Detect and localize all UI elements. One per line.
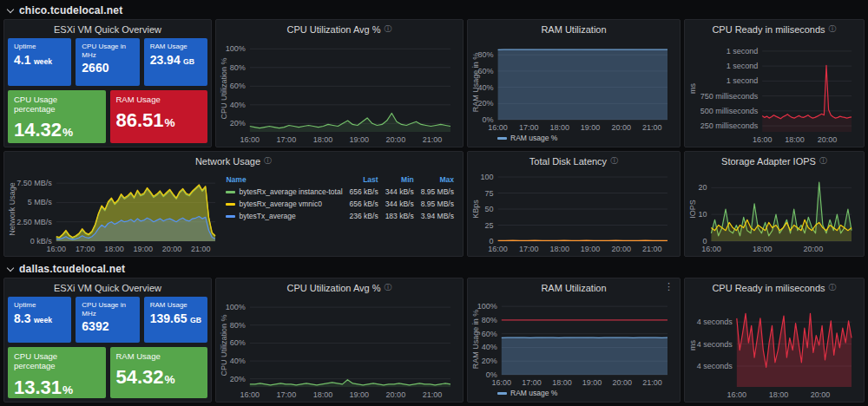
svg-text:17:00: 17:00 (76, 245, 95, 253)
stat-uptime[interactable]: Uptime 8.3 week (8, 297, 71, 343)
panel-header[interactable]: CPU Utilization Avg % ⓘ (216, 278, 463, 297)
cpu-ready-chart[interactable]: 4 seconds4 seconds4 seconds16:0018:0020:… (688, 298, 858, 399)
svg-text:60%: 60% (482, 330, 497, 338)
svg-text:2.50 MB/s: 2.50 MB/s (16, 218, 52, 226)
svg-text:25: 25 (485, 221, 494, 230)
svg-text:40%: 40% (230, 357, 246, 365)
svg-text:20:00: 20:00 (386, 390, 406, 399)
chart-svg: 0102016:0018:0020:00IOPS (688, 171, 858, 253)
cpu-utilization-chart[interactable]: 20%40%60%80%100%16:0017:0018:0019:0020:0… (220, 39, 457, 144)
panel-header[interactable]: ESXi VM Quick Overview (4, 20, 211, 38)
svg-text:RAM Usage in %: RAM Usage in % (471, 310, 480, 370)
series-min: 183 kB/s (382, 210, 418, 222)
section-header-chico[interactable]: chico.tcudelocal.net (5, 3, 865, 17)
panel-header[interactable]: Storage Adapter IOPS ⓘ (685, 152, 864, 170)
legend-row[interactable]: bytesRx_average instance-total 656 kB/s … (222, 186, 457, 198)
ram-utilization-chart[interactable]: 0%20%40%60%80%100%16:0017:0018:0019:0020… (471, 298, 674, 387)
panel-header[interactable]: RAM Utilization ⋮ (468, 278, 680, 297)
stat-label: RAM Usage (116, 95, 202, 104)
svg-text:RAM Usage in %: RAM Usage in % (471, 53, 480, 113)
stat-ram-percent[interactable]: RAM Usage 54.32% (110, 347, 208, 398)
svg-text:500 milliseconds: 500 milliseconds (700, 107, 759, 115)
stat-label: RAM Usage (116, 351, 202, 361)
stat-label: CPU Usage percentage (14, 95, 100, 115)
panel-total-disk-latency: Total Disk Latency ⓘ 025507510016:0017:0… (467, 151, 681, 257)
info-icon[interactable]: ⓘ (819, 157, 827, 165)
panel-title: Total Disk Latency (529, 156, 607, 167)
info-icon[interactable]: ⓘ (829, 284, 837, 291)
stat-uptime[interactable]: Uptime 4.1 week (8, 38, 71, 86)
stat-unit: week (31, 316, 52, 324)
svg-text:21:00: 21:00 (423, 135, 443, 144)
svg-text:19:00: 19:00 (581, 245, 601, 253)
panel-header[interactable]: CPU Ready in miliseconds ⓘ (685, 20, 864, 38)
panel-header[interactable]: Network Usage ⓘ (4, 152, 463, 170)
chart-svg: 250 milliseconds500 milliseconds750 mill… (688, 39, 858, 144)
svg-text:16:00: 16:00 (492, 378, 512, 387)
panel-chico-cpu-ready: CPU Ready in miliseconds ⓘ 250 milliseco… (684, 19, 865, 147)
cpu-utilization-chart[interactable]: 20%40%60%80%100%16:0017:0018:0019:0020:0… (220, 298, 457, 399)
info-icon[interactable]: ⓘ (610, 157, 618, 165)
series-name[interactable]: bytesRx_average vmnic0 (239, 200, 321, 208)
stat-ram-gb[interactable]: RAM Usage 23.94 GB (144, 38, 207, 86)
legend-label[interactable]: RAM usage % (510, 389, 557, 397)
stat-label: RAM Usage (150, 43, 201, 51)
stat-cpu-percent[interactable]: CPU Usage percentage 14.32% (8, 90, 106, 143)
stat-unit: % (62, 126, 73, 139)
series-name[interactable]: bytesTx_average (239, 212, 295, 220)
stat-value: 23.94 GB (150, 54, 201, 67)
stat-label: CPU Usage in MHz (82, 43, 133, 59)
info-icon[interactable]: ⓘ (829, 25, 837, 33)
svg-text:18:00: 18:00 (785, 135, 805, 144)
panel-header[interactable]: CPU Ready in miliseconds ⓘ (685, 278, 864, 297)
svg-text:20:00: 20:00 (611, 123, 631, 132)
stat-cpu-mhz[interactable]: CPU Usage in MHz 6392 (76, 297, 139, 343)
storage-iops-chart[interactable]: 0102016:0018:0020:00IOPS (688, 171, 858, 253)
svg-text:250 milliseconds: 250 milliseconds (700, 121, 759, 130)
panel-title: Storage Adapter IOPS (721, 156, 816, 167)
panel-header[interactable]: CPU Utilization Avg % ⓘ (216, 20, 463, 38)
svg-text:1 second: 1 second (727, 76, 759, 85)
chart-svg: 0%20%40%60%80%100%16:0017:0018:0019:0020… (471, 298, 674, 387)
info-icon[interactable]: ⓘ (385, 25, 392, 33)
network-legend-table: Name Last Min Max bytesRx_average instan… (222, 174, 457, 222)
stat-cpu-percent[interactable]: CPU Usage percentage 13.31% (8, 347, 106, 398)
stat-unit: GB (187, 316, 201, 324)
svg-text:18:00: 18:00 (313, 135, 333, 144)
network-usage-chart[interactable]: 0 kB/s2.50 MB/s5 MB/s7.50 MB/s16:0017:00… (8, 171, 222, 253)
stat-grid: Uptime 8.3 week CPU Usage in MHz 6392 RA… (4, 297, 211, 402)
legend-header-row: Name Last Min Max (222, 174, 457, 186)
stat-cpu-mhz[interactable]: CPU Usage in MHz 2660 (76, 38, 139, 86)
legend-row[interactable]: bytesRx_average vmnic0 656 kB/s 344 kB/s… (222, 198, 457, 210)
panel-dallas-cpu-utilization: CPU Utilization Avg % ⓘ 20%40%60%80%100%… (215, 278, 464, 403)
panel-header[interactable]: ESXi VM Quick Overview (4, 278, 211, 297)
disk-latency-chart[interactable]: 025507510016:0017:0018:0019:0020:0021:00… (471, 171, 674, 253)
legend-col-max[interactable]: Max (418, 174, 457, 186)
panel-chico-cpu-utilization: CPU Utilization Avg % ⓘ 20%40%60%80%100%… (215, 19, 464, 147)
kebab-menu-icon[interactable]: ⋮ (664, 281, 674, 292)
info-icon[interactable]: ⓘ (264, 157, 272, 165)
info-icon[interactable]: ⓘ (385, 284, 392, 291)
svg-text:21:00: 21:00 (642, 123, 662, 132)
legend-col-name[interactable]: Name (222, 174, 345, 186)
stat-ram-percent[interactable]: RAM Usage 86.51% (110, 90, 208, 143)
panel-header[interactable]: Total Disk Latency ⓘ (468, 152, 680, 170)
cpu-ready-chart[interactable]: 250 milliseconds500 milliseconds750 mill… (688, 39, 858, 144)
row-dallas-1: ESXi VM Quick Overview Uptime 8.3 week C… (3, 278, 865, 403)
chart-svg: 4 seconds4 seconds4 seconds16:0018:0020:… (688, 298, 858, 399)
svg-text:16:00: 16:00 (240, 390, 260, 399)
legend-col-min[interactable]: Min (382, 174, 418, 186)
section-header-dallas[interactable]: dallas.tcudelocal.net (5, 262, 865, 276)
panel-header[interactable]: RAM Utilization (468, 20, 680, 38)
ram-utilization-chart[interactable]: 0%20%40%60%80%16:0017:0018:0019:0020:002… (471, 39, 674, 132)
svg-text:19:00: 19:00 (350, 390, 370, 399)
svg-text:19:00: 19:00 (133, 245, 153, 253)
legend-col-last[interactable]: Last (346, 174, 382, 186)
series-name[interactable]: bytesRx_average instance-total (239, 187, 342, 196)
svg-text:21:00: 21:00 (423, 390, 443, 399)
svg-text:18:00: 18:00 (549, 123, 569, 132)
legend-label[interactable]: RAM usage % (510, 134, 557, 142)
stat-ram-gb[interactable]: RAM Usage 139.65 GB (144, 297, 207, 343)
svg-text:60%: 60% (230, 82, 246, 90)
legend-row[interactable]: bytesTx_average 236 kB/s 183 kB/s 3.94 M… (222, 210, 457, 222)
